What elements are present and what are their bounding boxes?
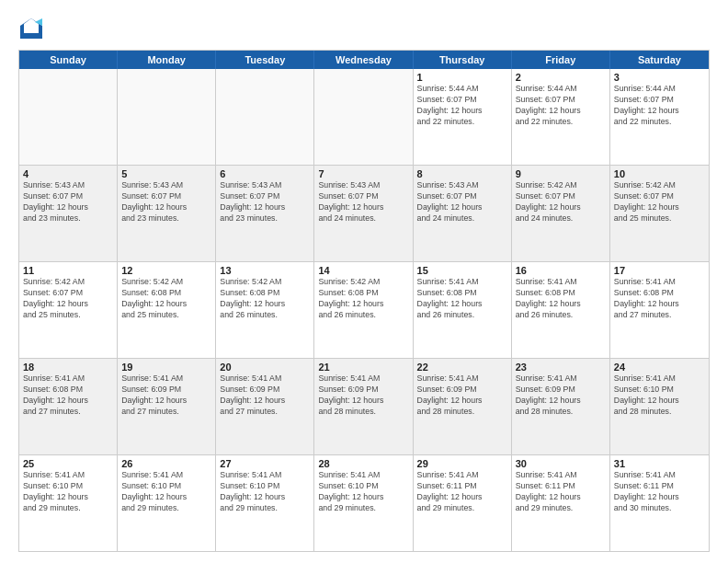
day-number: 14 (318, 265, 408, 276)
day-cell-21: 21Sunrise: 5:41 AM Sunset: 6:09 PM Dayli… (314, 359, 413, 454)
day-info: Sunrise: 5:41 AM Sunset: 6:09 PM Dayligh… (220, 373, 310, 418)
day-info: Sunrise: 5:41 AM Sunset: 6:11 PM Dayligh… (516, 470, 606, 514)
day-info: Sunrise: 5:43 AM Sunset: 6:07 PM Dayligh… (220, 180, 310, 224)
day-number: 8 (417, 168, 507, 179)
day-number: 23 (516, 362, 606, 373)
day-number: 30 (516, 458, 606, 469)
day-number: 9 (516, 168, 606, 179)
day-info: Sunrise: 5:41 AM Sunset: 6:10 PM Dayligh… (121, 470, 211, 514)
day-cell-27: 27Sunrise: 5:41 AM Sunset: 6:10 PM Dayli… (216, 455, 314, 551)
day-number: 1 (417, 72, 507, 83)
day-info: Sunrise: 5:41 AM Sunset: 6:09 PM Dayligh… (121, 373, 211, 418)
day-number: 5 (121, 168, 211, 179)
day-info: Sunrise: 5:41 AM Sunset: 6:09 PM Dayligh… (417, 373, 507, 418)
day-number: 24 (614, 362, 705, 373)
day-info: Sunrise: 5:43 AM Sunset: 6:07 PM Dayligh… (318, 180, 408, 224)
day-info: Sunrise: 5:42 AM Sunset: 6:08 PM Dayligh… (121, 277, 211, 321)
day-number: 13 (220, 265, 310, 276)
day-cell-4: 4Sunrise: 5:43 AM Sunset: 6:07 PM Daylig… (19, 166, 118, 261)
logo (18, 17, 48, 42)
day-cell-20: 20Sunrise: 5:41 AM Sunset: 6:09 PM Dayli… (216, 359, 314, 454)
day-number: 6 (220, 168, 310, 179)
day-number: 26 (121, 458, 211, 469)
day-info: Sunrise: 5:44 AM Sunset: 6:07 PM Dayligh… (614, 84, 705, 128)
calendar: SundayMondayTuesdayWednesdayThursdayFrid… (18, 50, 710, 552)
day-cell-29: 29Sunrise: 5:41 AM Sunset: 6:11 PM Dayli… (414, 455, 512, 551)
day-info: Sunrise: 5:41 AM Sunset: 6:10 PM Dayligh… (318, 470, 408, 514)
day-cell-31: 31Sunrise: 5:41 AM Sunset: 6:11 PM Dayli… (610, 455, 709, 551)
day-info: Sunrise: 5:41 AM Sunset: 6:09 PM Dayligh… (516, 373, 606, 418)
weekday-header-saturday: Saturday (610, 51, 709, 69)
day-info: Sunrise: 5:41 AM Sunset: 6:08 PM Dayligh… (614, 277, 705, 321)
weekday-header-thursday: Thursday (414, 51, 512, 69)
day-cell-26: 26Sunrise: 5:41 AM Sunset: 6:10 PM Dayli… (118, 455, 216, 551)
day-cell-9: 9Sunrise: 5:42 AM Sunset: 6:07 PM Daylig… (512, 166, 610, 261)
logo-icon (18, 17, 44, 42)
day-info: Sunrise: 5:43 AM Sunset: 6:07 PM Dayligh… (23, 180, 113, 224)
day-info: Sunrise: 5:41 AM Sunset: 6:10 PM Dayligh… (220, 470, 310, 514)
day-number: 11 (23, 265, 113, 276)
day-number: 12 (121, 265, 211, 276)
weekday-header-tuesday: Tuesday (216, 51, 314, 69)
day-info: Sunrise: 5:42 AM Sunset: 6:07 PM Dayligh… (516, 180, 606, 224)
day-info: Sunrise: 5:41 AM Sunset: 6:11 PM Dayligh… (614, 470, 705, 514)
day-cell-10: 10Sunrise: 5:42 AM Sunset: 6:07 PM Dayli… (610, 166, 709, 261)
day-number: 18 (23, 362, 113, 373)
calendar-body: 1Sunrise: 5:44 AM Sunset: 6:07 PM Daylig… (19, 69, 709, 551)
calendar-row-3: 18Sunrise: 5:41 AM Sunset: 6:08 PM Dayli… (19, 359, 709, 455)
day-info: Sunrise: 5:43 AM Sunset: 6:07 PM Dayligh… (417, 180, 507, 224)
svg-marker-1 (24, 18, 39, 33)
calendar-row-0: 1Sunrise: 5:44 AM Sunset: 6:07 PM Daylig… (19, 69, 709, 166)
day-cell-1: 1Sunrise: 5:44 AM Sunset: 6:07 PM Daylig… (414, 69, 512, 165)
day-cell-2: 2Sunrise: 5:44 AM Sunset: 6:07 PM Daylig… (512, 69, 610, 165)
day-cell-23: 23Sunrise: 5:41 AM Sunset: 6:09 PM Dayli… (512, 359, 610, 454)
day-info: Sunrise: 5:42 AM Sunset: 6:07 PM Dayligh… (614, 180, 705, 224)
day-cell-6: 6Sunrise: 5:43 AM Sunset: 6:07 PM Daylig… (216, 166, 314, 261)
day-cell-14: 14Sunrise: 5:42 AM Sunset: 6:08 PM Dayli… (314, 262, 413, 358)
calendar-row-1: 4Sunrise: 5:43 AM Sunset: 6:07 PM Daylig… (19, 166, 709, 262)
day-info: Sunrise: 5:41 AM Sunset: 6:08 PM Dayligh… (23, 373, 113, 418)
day-number: 19 (121, 362, 211, 373)
calendar-header: SundayMondayTuesdayWednesdayThursdayFrid… (19, 51, 709, 69)
day-info: Sunrise: 5:43 AM Sunset: 6:07 PM Dayligh… (121, 180, 211, 224)
day-number: 3 (614, 72, 705, 83)
day-number: 15 (417, 265, 507, 276)
page: SundayMondayTuesdayWednesdayThursdayFrid… (0, 0, 728, 563)
day-cell-17: 17Sunrise: 5:41 AM Sunset: 6:08 PM Dayli… (610, 262, 709, 358)
weekday-header-wednesday: Wednesday (314, 51, 413, 69)
empty-cell-0-1 (118, 69, 216, 165)
day-info: Sunrise: 5:42 AM Sunset: 6:07 PM Dayligh… (23, 277, 113, 321)
day-info: Sunrise: 5:41 AM Sunset: 6:09 PM Dayligh… (318, 373, 408, 418)
day-cell-5: 5Sunrise: 5:43 AM Sunset: 6:07 PM Daylig… (118, 166, 216, 261)
calendar-row-4: 25Sunrise: 5:41 AM Sunset: 6:10 PM Dayli… (19, 455, 709, 551)
empty-cell-0-0 (19, 69, 118, 165)
day-number: 4 (23, 168, 113, 179)
day-cell-8: 8Sunrise: 5:43 AM Sunset: 6:07 PM Daylig… (414, 166, 512, 261)
weekday-header-friday: Friday (512, 51, 610, 69)
day-info: Sunrise: 5:41 AM Sunset: 6:08 PM Dayligh… (417, 277, 507, 321)
day-number: 17 (614, 265, 705, 276)
day-cell-19: 19Sunrise: 5:41 AM Sunset: 6:09 PM Dayli… (118, 359, 216, 454)
day-cell-24: 24Sunrise: 5:41 AM Sunset: 6:10 PM Dayli… (610, 359, 709, 454)
day-number: 2 (516, 72, 606, 83)
day-info: Sunrise: 5:41 AM Sunset: 6:08 PM Dayligh… (516, 277, 606, 321)
day-cell-28: 28Sunrise: 5:41 AM Sunset: 6:10 PM Dayli… (314, 455, 413, 551)
day-number: 10 (614, 168, 705, 179)
day-info: Sunrise: 5:41 AM Sunset: 6:11 PM Dayligh… (417, 470, 507, 514)
empty-cell-0-2 (216, 69, 314, 165)
day-cell-16: 16Sunrise: 5:41 AM Sunset: 6:08 PM Dayli… (512, 262, 610, 358)
day-info: Sunrise: 5:42 AM Sunset: 6:08 PM Dayligh… (220, 277, 310, 321)
day-number: 21 (318, 362, 408, 373)
day-number: 25 (23, 458, 113, 469)
day-number: 31 (614, 458, 705, 469)
day-info: Sunrise: 5:44 AM Sunset: 6:07 PM Dayligh… (417, 84, 507, 128)
day-cell-13: 13Sunrise: 5:42 AM Sunset: 6:08 PM Dayli… (216, 262, 314, 358)
day-cell-30: 30Sunrise: 5:41 AM Sunset: 6:11 PM Dayli… (512, 455, 610, 551)
day-number: 16 (516, 265, 606, 276)
day-cell-3: 3Sunrise: 5:44 AM Sunset: 6:07 PM Daylig… (610, 69, 709, 165)
day-number: 28 (318, 458, 408, 469)
day-cell-11: 11Sunrise: 5:42 AM Sunset: 6:07 PM Dayli… (19, 262, 118, 358)
day-cell-7: 7Sunrise: 5:43 AM Sunset: 6:07 PM Daylig… (314, 166, 413, 261)
header (18, 17, 710, 42)
day-info: Sunrise: 5:41 AM Sunset: 6:10 PM Dayligh… (614, 373, 705, 418)
